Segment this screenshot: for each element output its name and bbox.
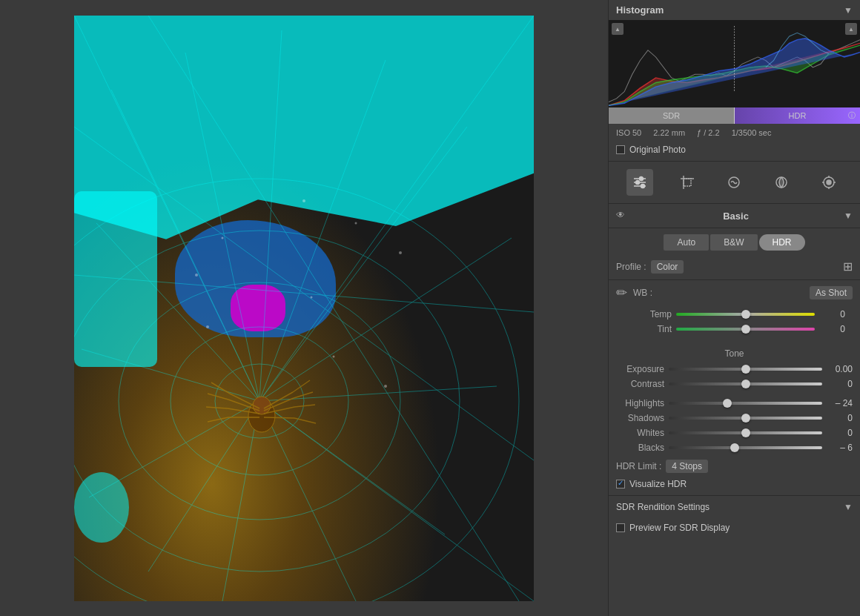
svg-line-3 bbox=[259, 60, 386, 401]
svg-point-48 bbox=[311, 296, 313, 298]
svg-point-50 bbox=[333, 355, 335, 357]
eyedropper-icon[interactable]: ✏ bbox=[616, 285, 627, 301]
svg-point-46 bbox=[355, 222, 357, 224]
svg-line-22 bbox=[259, 16, 534, 401]
svg-point-58 bbox=[641, 185, 644, 188]
exposure-label: Exposure bbox=[616, 364, 664, 374]
auto-button[interactable]: Auto bbox=[664, 234, 709, 251]
meta-info: ISO 50 2.22 mm ƒ / 2.2 1/3500 sec bbox=[609, 124, 860, 142]
preview-sdr-row: Preview For SDR Display bbox=[609, 518, 860, 537]
svg-line-6 bbox=[259, 386, 497, 401]
basic-panel-header: 👁 Basic ▼ bbox=[609, 204, 860, 228]
blacks-slider-row: Blacks – 6 bbox=[609, 440, 860, 455]
eye-icon[interactable]: 👁 bbox=[616, 210, 628, 222]
healing-tool-btn[interactable] bbox=[721, 169, 747, 196]
sdr-label: SDR bbox=[609, 111, 734, 120]
histogram-chevron: ▼ bbox=[844, 5, 853, 16]
tint-slider-track[interactable] bbox=[676, 328, 815, 331]
svg-line-4 bbox=[259, 127, 467, 401]
svg-line-9 bbox=[222, 401, 259, 601]
hdr-label: HDR bbox=[735, 111, 860, 120]
highlights-slider-track[interactable] bbox=[669, 402, 822, 405]
mask-tool-btn[interactable] bbox=[768, 169, 795, 196]
original-photo-checkbox[interactable] bbox=[616, 145, 625, 154]
tint-slider-row: Tint 0 bbox=[616, 322, 853, 337]
bw-button[interactable]: B&W bbox=[710, 234, 757, 251]
hdr-button[interactable]: HDR bbox=[759, 234, 805, 251]
wb-section: ✏ WB : As Shot Temp 0 Tint 0 bbox=[609, 279, 860, 341]
photo-canvas bbox=[74, 16, 534, 601]
highlights-value: – 24 bbox=[827, 398, 853, 408]
contrast-slider-track[interactable] bbox=[669, 382, 822, 385]
tools-row bbox=[609, 161, 860, 204]
meta-aperture: ƒ / 2.2 bbox=[697, 128, 720, 137]
wb-value[interactable]: As Shot bbox=[810, 286, 853, 299]
tint-slider-thumb[interactable] bbox=[741, 325, 750, 334]
info-icon[interactable]: ⓘ bbox=[848, 110, 856, 121]
highlights-slider-thumb[interactable] bbox=[723, 399, 732, 408]
temp-value: 0 bbox=[819, 309, 845, 319]
hdr-overlay bbox=[74, 16, 534, 601]
shadows-label: Shadows bbox=[616, 413, 664, 423]
svg-line-10 bbox=[148, 401, 259, 572]
svg-point-51 bbox=[384, 385, 387, 388]
preview-sdr-checkbox[interactable] bbox=[616, 523, 625, 532]
meta-focal: 2.22 mm bbox=[653, 128, 685, 137]
blacks-slider-thumb[interactable] bbox=[730, 443, 739, 452]
meta-shutter: 1/3500 sec bbox=[732, 128, 772, 137]
exposure-slider-thumb[interactable] bbox=[741, 365, 750, 374]
contrast-slider-row: Contrast 0 bbox=[609, 377, 860, 391]
right-panel: Histogram ▼ ▲ ▲ bbox=[608, 0, 860, 616]
exposure-slider-track[interactable] bbox=[669, 368, 822, 371]
hdr-limit-row: HDR Limit : 4 Stops bbox=[609, 455, 860, 477]
temp-slider-track[interactable] bbox=[676, 313, 815, 316]
histogram-title: Histogram bbox=[616, 4, 664, 16]
crop-tool-btn[interactable] bbox=[674, 169, 701, 196]
tint-value: 0 bbox=[819, 324, 845, 334]
svg-line-34 bbox=[208, 417, 228, 422]
contrast-slider-thumb[interactable] bbox=[741, 380, 750, 388]
sdr-rendition-row[interactable]: SDR Rendition Settings ▼ bbox=[609, 495, 860, 518]
svg-line-19 bbox=[148, 16, 519, 601]
svg-point-56 bbox=[635, 181, 639, 185]
visualize-hdr-label: Visualize HDR bbox=[629, 479, 687, 489]
contrast-value: 0 bbox=[827, 379, 853, 389]
whites-slider-thumb[interactable] bbox=[741, 428, 750, 437]
preview-sdr-label: Preview For SDR Display bbox=[629, 523, 730, 533]
svg-line-13 bbox=[96, 223, 259, 401]
tone-label: Tone bbox=[609, 341, 860, 362]
temp-label: Temp bbox=[624, 309, 672, 319]
whites-label: Whites bbox=[616, 428, 664, 438]
original-photo-label: Original Photo bbox=[629, 145, 686, 155]
histogram-container: ▲ ▲ bbox=[609, 20, 860, 124]
svg-point-54 bbox=[639, 177, 643, 181]
contrast-label: Contrast bbox=[616, 379, 664, 389]
effects-tool-btn[interactable] bbox=[816, 169, 842, 196]
visualize-hdr-checkbox[interactable] bbox=[616, 480, 625, 489]
svg-line-23 bbox=[259, 401, 534, 601]
highlights-label: Highlights bbox=[616, 398, 664, 408]
svg-point-65 bbox=[827, 180, 831, 185]
svg-point-44 bbox=[222, 236, 224, 239]
temp-slider-thumb[interactable] bbox=[741, 310, 750, 319]
exposure-slider-row: Exposure 0.00 bbox=[609, 362, 860, 377]
profile-grid-btn[interactable]: ⊞ bbox=[843, 259, 853, 274]
sliders-tool-btn[interactable] bbox=[626, 169, 653, 196]
svg-point-43 bbox=[195, 274, 198, 276]
shadows-slider-thumb[interactable] bbox=[741, 414, 750, 423]
blacks-slider-track[interactable] bbox=[669, 446, 822, 449]
hdr-limit-value[interactable]: 4 Stops bbox=[666, 460, 708, 473]
svg-line-24 bbox=[74, 16, 259, 401]
whites-value: 0 bbox=[827, 428, 853, 438]
shadows-slider-track[interactable] bbox=[669, 417, 822, 420]
web-lines bbox=[74, 16, 534, 601]
basic-panel-chevron[interactable]: ▼ bbox=[844, 211, 853, 221]
histogram-bars bbox=[609, 26, 860, 107]
tone-section: Tone Exposure 0.00 Contrast 0 bbox=[609, 341, 860, 391]
mode-buttons-row: Auto B&W HDR bbox=[609, 228, 860, 256]
whites-slider-track[interactable] bbox=[669, 431, 822, 434]
svg-line-2 bbox=[259, 30, 282, 401]
svg-line-40 bbox=[294, 405, 315, 407]
profile-value[interactable]: Color bbox=[651, 260, 684, 274]
svg-rect-59 bbox=[684, 179, 691, 186]
